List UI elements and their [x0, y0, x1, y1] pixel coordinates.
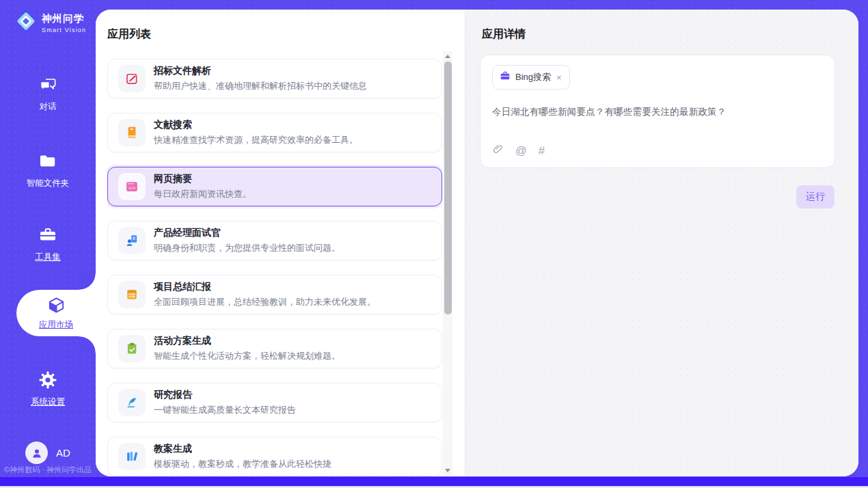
tool-tag-label: Bing搜索: [515, 71, 551, 83]
app-name: 项目总结汇报: [154, 281, 376, 293]
app-card-web-summary[interactable]: </> 网页摘要 每日政府新闻资讯快查。: [107, 167, 442, 206]
toolbox-icon: [38, 226, 57, 247]
composer-toolbar: @ #: [492, 144, 545, 158]
pen-square-icon: [118, 65, 146, 92]
app-name: 教案生成: [154, 443, 331, 455]
sidebar-item-settings[interactable]: 系统设置: [0, 370, 96, 408]
tag-close-icon[interactable]: ×: [556, 72, 562, 83]
query-text[interactable]: 今日湖北有哪些新闻要点？有哪些需要关注的最新政策？: [492, 106, 823, 118]
sidebar-item-chat[interactable]: 对话: [0, 75, 96, 113]
sidebar-item-label: 工具集: [35, 252, 61, 263]
clipboard-check-icon: [118, 335, 146, 362]
app-list: 招标文件解析 帮助用户快速、准确地理解和解析招标书中的关键信息 文献搜索: [107, 59, 442, 476]
app-desc: 一键智能生成高质量长文本研究报告: [154, 404, 296, 416]
app-desc: 全面回顾项目进展，总结经验教训，助力未来优化发展。: [154, 296, 376, 308]
report-grid-icon: [118, 281, 146, 308]
app-list-panel: 应用列表 招标文件解析 帮助用户快速、准确地理解和解析招标书中的关键信息: [96, 10, 465, 476]
app-desc: 帮助用户快速、准确地理解和解析招标书中的关键信息: [154, 80, 367, 92]
app-name: 招标文件解析: [154, 65, 367, 77]
brand-subtitle: Smart Vision: [42, 27, 86, 33]
diamond-logo-icon: [15, 10, 37, 35]
sidebar-item-toolset[interactable]: 工具集: [0, 226, 96, 263]
sidebar: 神州问学 Smart Vision 对话 智能文件夹: [0, 0, 96, 477]
hash-icon[interactable]: #: [539, 145, 545, 157]
app-name: 文献搜索: [154, 119, 358, 131]
app-card-bid-analysis[interactable]: 招标文件解析 帮助用户快速、准确地理解和解析招标书中的关键信息: [107, 59, 442, 98]
app-window: 神州问学 Smart Vision 对话 智能文件夹: [0, 0, 868, 488]
user-name: AD: [56, 447, 70, 459]
app-detail-panel: 应用详情 Bing搜索 × 今日湖北有哪些新闻要点？有哪些需要关注的最新政策？: [465, 10, 858, 476]
gear-icon: [38, 370, 57, 392]
copyright-text: ©神州数码 · 神州问学出品: [0, 465, 96, 475]
chat-icon: [38, 75, 57, 96]
app-name: 产品经理面试官: [154, 227, 340, 239]
bottom-accent-bar: [0, 477, 868, 486]
sidebar-item-label: 应用市场: [39, 319, 73, 331]
scroll-up-arrow[interactable]: [443, 51, 452, 61]
app-card-project-summary[interactable]: 项目总结汇报 全面回顾项目进展，总结经验教训，助力未来优化发展。: [107, 275, 442, 314]
app-card-pm-interviewer[interactable]: 产品经理面试官 明确身份和职责，为您提供专业性的面试问题。: [107, 221, 442, 260]
app-card-lesson-plan[interactable]: 教案生成 模板驱动，教案秒成，教学准备从此轻松快捷: [107, 437, 442, 476]
interviewer-icon: [118, 227, 146, 254]
sidebar-item-label: 系统设置: [31, 396, 65, 408]
briefcase-icon: [500, 70, 511, 84]
app-name: 网页摘要: [154, 173, 252, 185]
app-desc: 明确身份和职责，为您提供专业性的面试问题。: [154, 242, 340, 254]
tool-tag-bing-search[interactable]: Bing搜索 ×: [492, 65, 570, 90]
quill-icon: [118, 389, 146, 416]
folder-icon: [38, 152, 57, 173]
app-list-title: 应用列表: [107, 27, 151, 42]
sidebar-item-label: 对话: [40, 101, 57, 113]
brand-name: 神州问学: [42, 12, 86, 25]
scroll-down-arrow[interactable]: [443, 465, 452, 475]
user-account[interactable]: AD: [25, 442, 70, 464]
query-composer[interactable]: Bing搜索 × 今日湖北有哪些新闻要点？有哪些需要关注的最新政策？ @ #: [480, 55, 835, 168]
svg-text:</>: </>: [128, 186, 136, 190]
app-desc: 快速精准查找学术资源，提高研究效率的必备工具。: [154, 134, 358, 146]
browser-code-icon: </>: [118, 173, 146, 200]
app-list-scrollbar[interactable]: [443, 51, 452, 475]
app-card-event-plan[interactable]: 活动方案生成 智能生成个性化活动方案，轻松解决规划难题。: [107, 329, 442, 368]
mention-icon[interactable]: @: [515, 145, 527, 157]
book-icon: [118, 119, 146, 146]
app-name: 活动方案生成: [154, 335, 340, 347]
scrollbar-thumb[interactable]: [444, 62, 452, 314]
app-card-research-report[interactable]: 研究报告 一键智能生成高质量长文本研究报告: [107, 383, 442, 422]
app-card-literature-search[interactable]: 文献搜索 快速精准查找学术资源，提高研究效率的必备工具。: [107, 113, 442, 152]
cube-icon: [47, 296, 66, 316]
app-desc: 模板驱动，教案秒成，教学准备从此轻松快捷: [154, 458, 331, 470]
app-desc: 每日政府新闻资讯快查。: [154, 188, 252, 200]
paperclip-icon[interactable]: [492, 144, 504, 158]
sidebar-item-smart-folder[interactable]: 智能文件夹: [0, 152, 96, 189]
brand-logo: 神州问学 Smart Vision: [15, 10, 86, 35]
app-name: 研究报告: [154, 389, 296, 401]
run-button[interactable]: 运行: [796, 185, 835, 208]
main-content: 应用列表 招标文件解析 帮助用户快速、准确地理解和解析招标书中的关键信息: [96, 10, 858, 476]
app-detail-title: 应用详情: [482, 27, 526, 42]
sidebar-item-label: 智能文件夹: [27, 178, 70, 189]
avatar: [25, 442, 48, 464]
app-desc: 智能生成个性化活动方案，轻松解决规划难题。: [154, 350, 340, 362]
books-icon: [118, 443, 146, 470]
sidebar-item-app-market[interactable]: 应用市场: [16, 290, 96, 336]
